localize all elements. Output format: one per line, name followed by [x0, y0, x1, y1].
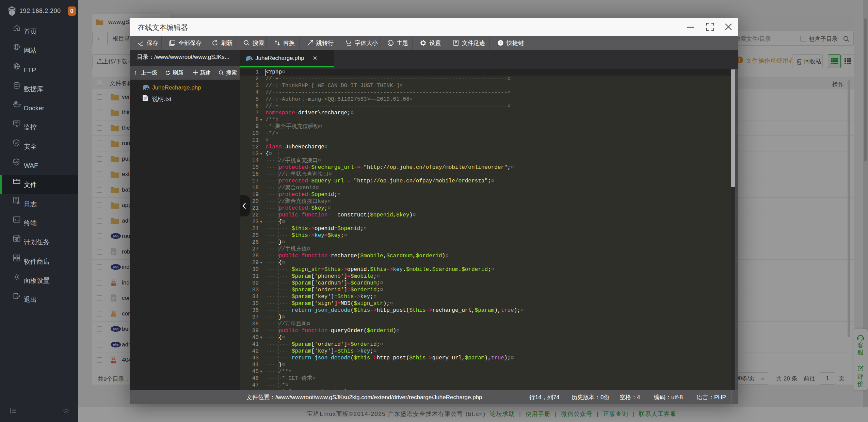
svg-text:WAF: WAF [14, 161, 19, 163]
svg-text:?: ? [499, 41, 502, 45]
